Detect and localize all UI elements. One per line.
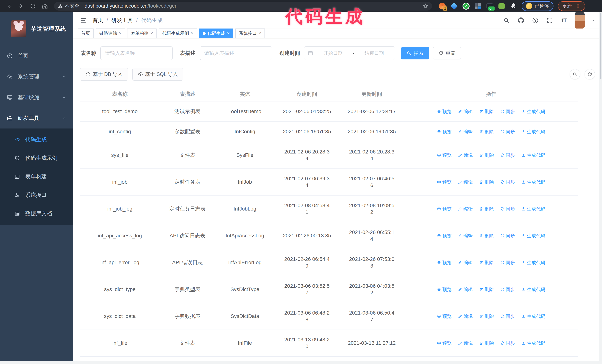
tab-codegen-demo[interactable]: 代码生成示例× [159, 29, 197, 38]
sync-link[interactable]: 同步 [500, 152, 515, 158]
help-icon[interactable] [531, 16, 539, 24]
edit-link[interactable]: 编辑 [458, 286, 473, 293]
url-text[interactable]: dashboard.yudao.iocoder.cn/tool/codegen [85, 3, 420, 9]
generate-code-link[interactable]: 生成代码 [521, 313, 545, 320]
close-icon[interactable]: × [150, 31, 153, 36]
delete-link[interactable]: 删除 [479, 152, 494, 158]
delete-link[interactable]: 删除 [479, 313, 494, 320]
sync-link[interactable]: 同步 [500, 108, 515, 115]
generate-code-link[interactable]: 生成代码 [521, 108, 545, 115]
browser-update-button[interactable]: 更新 ⋮ [558, 1, 585, 11]
close-icon[interactable]: × [258, 31, 261, 36]
sync-link[interactable]: 同步 [500, 128, 515, 135]
sync-link[interactable]: 同步 [500, 286, 515, 293]
extension-icon-1[interactable]: 1 [439, 2, 446, 10]
extension-gem-icon[interactable] [451, 2, 458, 10]
extension-frog-icon[interactable] [498, 2, 505, 10]
sync-link[interactable]: 同步 [500, 313, 515, 320]
delete-link[interactable]: 删除 [479, 340, 494, 346]
extensions-puzzle-icon[interactable] [510, 2, 517, 10]
edit-link[interactable]: 编辑 [458, 340, 473, 346]
sync-link[interactable]: 同步 [500, 179, 515, 185]
security-chip[interactable]: 不安全 [58, 3, 79, 9]
edit-link[interactable]: 编辑 [458, 108, 473, 115]
edit-link[interactable]: 编辑 [458, 128, 473, 135]
tab-tracing[interactable]: 链路追踪× [96, 29, 125, 38]
extension-grid-icon[interactable] [474, 2, 482, 10]
sync-link[interactable]: 同步 [500, 340, 515, 346]
profile-paused-pill[interactable]: 已暂停 [522, 1, 553, 11]
import-sql-button[interactable]: 基于 SQL 导入 [132, 68, 183, 81]
edit-link[interactable]: 编辑 [458, 206, 473, 212]
delete-link[interactable]: 删除 [479, 128, 494, 135]
sidebar-item-system[interactable]: 系统管理 [0, 66, 73, 87]
generate-code-link[interactable]: 生成代码 [521, 179, 545, 185]
start-date-placeholder[interactable]: 开始日期 [316, 50, 350, 56]
kebab-menu-icon[interactable]: ⋮ [575, 3, 581, 9]
close-icon[interactable]: × [119, 31, 121, 36]
breadcrumb-home[interactable]: 首页 [92, 17, 103, 24]
tab-form-builder[interactable]: 表单构建× [127, 29, 157, 38]
user-avatar[interactable] [575, 12, 585, 29]
extension-on-icon[interactable]: on [486, 2, 494, 10]
tab-codegen[interactable]: 代码生成× [199, 29, 233, 38]
preview-link[interactable]: 预览 [437, 152, 452, 158]
sidebar-subitem-system-api[interactable]: 系统接口 [0, 186, 73, 204]
sync-link[interactable]: 同步 [500, 206, 515, 212]
edit-link[interactable]: 编辑 [458, 152, 473, 158]
browser-forward-icon[interactable] [16, 1, 26, 11]
breadcrumb-devtools[interactable]: 研发工具 [111, 17, 133, 24]
preview-link[interactable]: 预览 [437, 232, 452, 239]
delete-link[interactable]: 删除 [479, 206, 494, 212]
end-date-placeholder[interactable]: 结束日期 [357, 50, 391, 56]
generate-code-link[interactable]: 生成代码 [521, 286, 545, 293]
sidebar-subitem-form-builder[interactable]: 表单构建 [0, 167, 73, 186]
caret-down-icon[interactable] [591, 18, 596, 23]
sidebar-item-devtools[interactable]: 研发工具 [0, 108, 73, 128]
delete-link[interactable]: 删除 [479, 259, 494, 266]
delete-link[interactable]: 删除 [479, 232, 494, 239]
address-bar[interactable]: 不安全 dashboard.yudao.iocoder.cn/tool/code… [54, 2, 432, 10]
close-icon[interactable]: × [191, 31, 194, 36]
generate-code-link[interactable]: 生成代码 [521, 128, 545, 135]
edit-link[interactable]: 编辑 [458, 179, 473, 185]
reset-button[interactable]: 重置 [433, 47, 461, 59]
refresh-table-button[interactable] [585, 69, 595, 79]
import-db-button[interactable]: 基于 DB 导入 [80, 68, 128, 81]
preview-link[interactable]: 预览 [437, 340, 452, 346]
browser-home-icon[interactable] [40, 1, 50, 11]
preview-link[interactable]: 预览 [437, 206, 452, 212]
preview-link[interactable]: 预览 [437, 128, 452, 135]
tab-home[interactable]: 首页 [78, 29, 94, 38]
edit-link[interactable]: 编辑 [458, 259, 473, 266]
table-name-input[interactable] [100, 46, 173, 60]
preview-link[interactable]: 预览 [437, 313, 452, 320]
date-range-picker[interactable]: 开始日期 - 结束日期 [304, 46, 395, 60]
delete-link[interactable]: 删除 [479, 108, 494, 115]
horizontal-scrollbar[interactable] [0, 361, 602, 364]
delete-link[interactable]: 删除 [479, 286, 494, 293]
edit-link[interactable]: 编辑 [458, 232, 473, 239]
close-icon[interactable]: × [227, 31, 230, 36]
generate-code-link[interactable]: 生成代码 [521, 152, 545, 158]
search-icon[interactable] [502, 16, 510, 24]
bookmark-star-icon[interactable] [423, 3, 428, 9]
preview-link[interactable]: 预览 [437, 259, 452, 266]
delete-link[interactable]: 删除 [479, 179, 494, 185]
sidebar-item-infra[interactable]: 基础设施 [0, 87, 73, 108]
fullscreen-icon[interactable] [546, 16, 554, 24]
toggle-search-button[interactable] [570, 69, 580, 79]
github-icon[interactable] [517, 16, 525, 24]
table-desc-input[interactable] [200, 46, 272, 60]
edit-link[interactable]: 编辑 [458, 313, 473, 320]
vertical-scrollbar[interactable] [599, 12, 602, 361]
preview-link[interactable]: 预览 [437, 286, 452, 293]
sidebar-subitem-codegen[interactable]: 代码生成 [0, 130, 73, 149]
sync-link[interactable]: 同步 [500, 232, 515, 239]
preview-link[interactable]: 预览 [437, 108, 452, 115]
sidebar-subitem-db-doc[interactable]: 数据库文档 [0, 204, 73, 223]
search-button[interactable]: 搜索 [401, 47, 429, 59]
font-size-icon[interactable]: tT [560, 16, 568, 24]
generate-code-link[interactable]: 生成代码 [521, 259, 545, 266]
sidebar-collapse-icon[interactable] [79, 17, 87, 24]
